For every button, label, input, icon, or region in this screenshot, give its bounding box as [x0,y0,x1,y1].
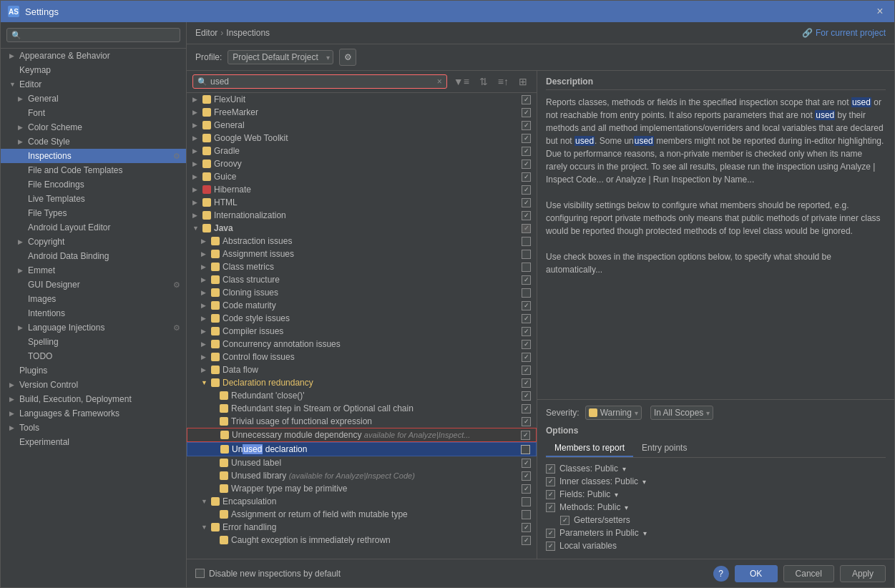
insp-item-gradle[interactable]: ▶ Gradle [187,144,537,157]
profile-select[interactable]: Project Default Project [228,50,333,64]
cancel-button[interactable]: Cancel [783,565,834,582]
group-button[interactable]: ≡↑ [494,74,512,89]
enable-checkbox[interactable] [522,134,531,143]
sidebar-item-file-encodings[interactable]: File Encodings [1,177,186,192]
sidebar-item-experimental[interactable]: Experimental [1,435,186,449]
disable-inspections-checkbox[interactable] [195,569,205,578]
insp-item-encapsulation[interactable]: ▼ Encapsulation [187,495,537,508]
sidebar-item-todo[interactable]: TODO [1,349,186,363]
insp-item-hibernate[interactable]: ▶ Hibernate [187,183,537,196]
insp-item-redundant-close[interactable]: Redundant 'close()' [187,389,537,402]
enable-checkbox[interactable] [521,431,530,440]
insp-item-code-style-issues[interactable]: ▶ Code style issues [187,312,537,325]
insp-item-groovy[interactable]: ▶ Groovy [187,157,537,170]
close-icon[interactable]: × [873,4,887,19]
fields-dropdown-icon[interactable]: ▾ [615,491,618,499]
insp-item-trivial-usage[interactable]: Trivial usage of functional expression [187,415,537,428]
insp-item-flexunit[interactable]: ▶ FlexUnit [187,93,537,106]
insp-item-class-structure[interactable]: ▶ Class structure [187,273,537,286]
insp-item-gwt[interactable]: ▶ Google Web Toolkit [187,132,537,144]
insp-item-compiler[interactable]: ▶ Compiler issues [187,325,537,338]
enable-checkbox[interactable] [522,417,531,426]
sidebar-item-inspections[interactable]: Inspections ⚙ [1,149,186,163]
sidebar-item-images[interactable]: Images [1,292,186,306]
enable-checkbox[interactable] [522,404,531,413]
apply-button[interactable]: Apply [840,565,886,582]
enable-checkbox[interactable] [522,484,531,494]
methods-checkbox[interactable] [546,503,555,512]
sidebar-item-file-code-templates[interactable]: File and Code Templates [1,163,186,177]
insp-item-cloning[interactable]: ▶ Cloning issues [187,286,537,299]
enable-checkbox[interactable] [522,523,531,532]
sidebar-item-android-layout[interactable]: Android Layout Editor [1,220,186,235]
local-vars-checkbox[interactable] [546,542,555,551]
enable-checkbox[interactable] [522,172,531,182]
insp-item-unused-label[interactable]: Unused label [187,456,537,469]
clear-search-icon[interactable]: × [437,77,442,87]
insp-item-unnecessary-module[interactable]: Unnecessary module dependency available … [187,428,537,442]
enable-checkbox[interactable] [522,211,531,220]
sidebar-item-keymap[interactable]: Keymap [1,63,186,77]
insp-item-general[interactable]: ▶ General [187,119,537,132]
insp-item-unused-declaration[interactable]: Unused declaration [187,442,537,456]
enable-checkbox[interactable] [522,459,531,468]
insp-item-code-maturity[interactable]: ▶ Code maturity [187,299,537,312]
sidebar-item-copyright[interactable]: ▶ Copyright [1,235,186,249]
enable-checkbox[interactable] [522,288,531,298]
insp-item-assignment[interactable]: ▶ Assignment issues [187,248,537,260]
enable-checkbox[interactable] [522,108,531,117]
expand-button[interactable]: ⊞ [515,74,531,89]
insp-item-abstraction[interactable]: ▶ Abstraction issues [187,235,537,248]
getters-setters-checkbox[interactable] [560,516,569,525]
enable-checkbox[interactable] [522,121,531,130]
methods-dropdown-icon[interactable]: ▾ [625,504,628,511]
insp-item-data-flow[interactable]: ▶ Data flow [187,363,537,376]
insp-item-guice[interactable]: ▶ Guice [187,170,537,183]
tab-entry-points[interactable]: Entry points [633,440,695,457]
sidebar-item-tools[interactable]: ▶ Tools [1,421,186,435]
enable-checkbox[interactable] [522,301,531,310]
insp-item-assignment-mutable[interactable]: Assignment or return of field with mutab… [187,508,537,521]
parameters-checkbox[interactable] [546,529,555,538]
sidebar-item-font[interactable]: Font [1,106,186,120]
sidebar-item-color-scheme[interactable]: ▶ Color Scheme [1,120,186,134]
sidebar-item-languages-frameworks[interactable]: ▶ Languages & Frameworks [1,406,186,421]
sidebar-item-language-injections[interactable]: ▶ Language Injections ⚙ [1,320,186,335]
ok-button[interactable]: OK [735,565,778,582]
help-button[interactable]: ? [713,566,729,582]
sidebar-item-emmet[interactable]: ▶ Emmet [1,263,186,278]
enable-checkbox[interactable] [522,366,531,375]
insp-item-decl-redundancy[interactable]: ▼ Declaration redundancy [187,376,537,389]
enable-checkbox[interactable] [522,353,531,362]
for-project-link[interactable]: 🔗 For current project [802,28,886,38]
scope-select-btn[interactable]: In All Scopes ▾ [650,406,713,420]
sidebar-item-build-execution[interactable]: ▶ Build, Execution, Deployment [1,392,186,406]
inspection-search-wrap[interactable]: 🔍 × [192,74,447,89]
sidebar-item-appearance[interactable]: ▶ Appearance & Behavior [1,49,186,63]
sidebar-search-input[interactable] [24,30,175,40]
insp-item-control-flow[interactable]: ▶ Control flow issues [187,351,537,363]
sidebar-search-wrap[interactable]: 🔍 [6,28,180,42]
enable-checkbox[interactable] [522,314,531,323]
insp-item-caught-exception[interactable]: Caught exception is immediately rethrown [187,534,537,547]
enable-checkbox[interactable] [522,497,531,506]
enable-checkbox[interactable] [522,536,531,545]
enable-checkbox[interactable] [522,471,531,481]
enable-checkbox[interactable] [522,147,531,156]
enable-checkbox[interactable] [522,378,531,388]
insp-item-concurrency[interactable]: ▶ Concurrency annotation issues [187,338,537,351]
enable-checkbox[interactable] [522,185,531,195]
enable-checkbox[interactable] [522,237,531,246]
sidebar-item-intentions[interactable]: Intentions [1,306,186,320]
sidebar-item-live-templates[interactable]: Live Templates [1,192,186,206]
sidebar-item-file-types[interactable]: File Types [1,206,186,220]
enable-checkbox[interactable] [522,391,531,401]
insp-item-redundant-step[interactable]: Redundant step in Stream or Optional cal… [187,402,537,415]
insp-item-unused-library[interactable]: Unused library (available for Analyze|In… [187,469,537,482]
sidebar-item-plugins[interactable]: Plugins [1,363,186,378]
insp-item-java[interactable]: ▼ Java [187,222,537,235]
sidebar-item-general[interactable]: ▶ General [1,92,186,106]
severity-select-btn[interactable]: Warning ▾ [585,406,642,420]
tab-members[interactable]: Members to report [546,440,633,457]
insp-item-class-metrics[interactable]: ▶ Class metrics [187,260,537,273]
